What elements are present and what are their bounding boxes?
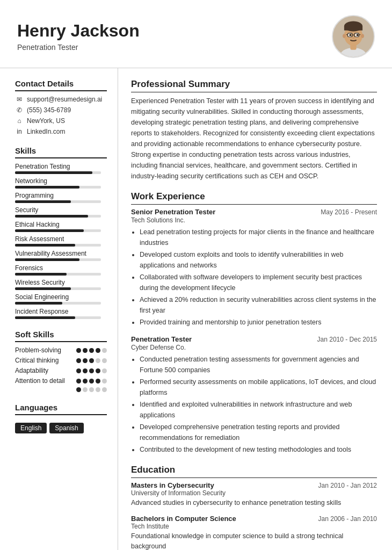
edu-degree: Bachelors in Computer Science bbox=[131, 515, 236, 523]
skill-bar-bg bbox=[15, 287, 101, 290]
soft-skill-item: Critical thinking bbox=[15, 357, 107, 364]
skill-bar-fill bbox=[15, 258, 79, 261]
skill-name: Forensics bbox=[15, 264, 107, 272]
contact-list: ✉support@resumedesign.ai✆(555) 345-6789⌂… bbox=[15, 96, 107, 135]
edu-header: Bachelors in Computer Science Jan 2006 -… bbox=[131, 515, 377, 523]
skill-item: Forensics bbox=[15, 264, 107, 276]
skill-bar-bg bbox=[15, 273, 101, 276]
skill-item: Social Engineering bbox=[15, 293, 107, 305]
job-bullets: Conducted penetration testing assessment… bbox=[131, 354, 377, 455]
header-text: Henry Jackson Penetration Tester bbox=[17, 21, 140, 51]
bullet: Contributed to the development of new te… bbox=[140, 444, 377, 455]
skill-dots bbox=[76, 387, 107, 392]
skill-bar-bg bbox=[15, 186, 101, 189]
contact-icon: in bbox=[15, 128, 24, 135]
skill-name: Risk Assessment bbox=[15, 235, 107, 243]
education-item: Bachelors in Computer Science Jan 2006 -… bbox=[131, 515, 377, 550]
language-badge: Spanish bbox=[49, 423, 83, 433]
bullet: Conducted penetration testing assessment… bbox=[140, 354, 377, 375]
dot bbox=[96, 368, 100, 373]
skill-item: Wireless Security bbox=[15, 279, 107, 290]
skill-bar-fill bbox=[15, 229, 84, 232]
svg-rect-5 bbox=[344, 26, 362, 31]
skill-item: Programming bbox=[15, 192, 107, 203]
dot bbox=[83, 358, 88, 363]
candidate-name: Henry Jackson bbox=[17, 21, 140, 40]
contact-item: ✉support@resumedesign.ai bbox=[15, 96, 107, 103]
dot bbox=[76, 358, 81, 363]
soft-skill-name: Adaptability bbox=[15, 367, 48, 374]
dot bbox=[83, 368, 88, 373]
skill-item: Penetration Testing bbox=[15, 163, 107, 174]
skill-name: Penetration Testing bbox=[15, 163, 107, 170]
summary-text: Experienced Penetration Tester with 11 y… bbox=[131, 96, 377, 182]
edu-header: Masters in Cybersecurity Jan 2010 - Jan … bbox=[131, 481, 377, 489]
job-date: May 2016 - Present bbox=[321, 208, 377, 216]
bullet: Identified and exploited vulnerabilities… bbox=[140, 399, 377, 421]
dot bbox=[76, 368, 81, 373]
skill-item: Ethical Hacking bbox=[15, 221, 107, 232]
language-badge: English bbox=[15, 423, 47, 433]
job-item: Senior Penetration Tester May 2016 - Pre… bbox=[131, 208, 377, 328]
skill-dots bbox=[76, 348, 107, 353]
soft-skills-title: Soft Skills bbox=[15, 330, 107, 342]
job-title: Senior Penetration Tester bbox=[131, 208, 215, 216]
dot bbox=[102, 387, 107, 392]
dot bbox=[96, 379, 100, 383]
contact-value: NewYork, US bbox=[27, 117, 65, 125]
soft-skill-name: Problem-solving bbox=[15, 346, 61, 354]
dot bbox=[102, 358, 107, 363]
dot bbox=[89, 348, 94, 353]
svg-point-7 bbox=[361, 34, 364, 38]
sidebar: Contact Details ✉support@resumedesign.ai… bbox=[0, 68, 118, 550]
soft-skill-name: Attention to detail bbox=[15, 377, 65, 385]
skill-name: Programming bbox=[15, 192, 107, 199]
contact-item: ⌂NewYork, US bbox=[15, 117, 107, 125]
bullet: Developed custom exploits and tools to i… bbox=[140, 249, 377, 271]
skill-bar-bg bbox=[15, 244, 101, 247]
dot bbox=[102, 368, 107, 373]
contact-value: (555) 345-6789 bbox=[27, 106, 71, 114]
education-section: Education Masters in Cybersecurity Jan 2… bbox=[131, 465, 377, 550]
dot bbox=[96, 358, 100, 363]
dot bbox=[96, 348, 100, 353]
bullet: Collaborated with software developers to… bbox=[140, 272, 377, 293]
dot bbox=[83, 348, 88, 353]
contact-icon: ✉ bbox=[15, 96, 24, 103]
contact-value: LinkedIn.com bbox=[27, 128, 65, 135]
languages-list: EnglishSpanish bbox=[15, 419, 107, 433]
dot bbox=[96, 387, 100, 392]
skill-bar-fill bbox=[15, 302, 62, 305]
skill-name: Ethical Hacking bbox=[15, 221, 107, 228]
skill-name: Social Engineering bbox=[15, 293, 107, 301]
svg-point-10 bbox=[349, 34, 351, 36]
dot bbox=[83, 387, 88, 392]
skill-item: Risk Assessment bbox=[15, 235, 107, 247]
job-header: Senior Penetration Tester May 2016 - Pre… bbox=[131, 208, 377, 216]
skills-section: Skills Penetration Testing Networking Pr… bbox=[15, 146, 107, 319]
contact-item: ✆(555) 345-6789 bbox=[15, 106, 107, 114]
contact-item: inLinkedIn.com bbox=[15, 128, 107, 135]
skill-bar-bg bbox=[15, 302, 101, 305]
skill-bar-bg bbox=[15, 200, 101, 203]
contact-title: Contact Details bbox=[15, 79, 107, 91]
skill-name: Incident Response bbox=[15, 308, 107, 315]
skill-item: Networking bbox=[15, 177, 107, 189]
skill-name: Wireless Security bbox=[15, 279, 107, 286]
education-title: Education bbox=[131, 465, 377, 478]
job-item: Penetration Tester Jan 2010 - Dec 2015 C… bbox=[131, 335, 377, 455]
svg-point-17 bbox=[352, 37, 354, 39]
job-company: Cyber Defense Co. bbox=[131, 344, 377, 351]
bullet: Developed comprehensive penetration test… bbox=[140, 422, 377, 443]
bullet: Performed security assessments on mobile… bbox=[140, 377, 377, 398]
soft-skill-name: Critical thinking bbox=[15, 357, 59, 364]
skill-bar-fill bbox=[15, 273, 67, 276]
jobs-list: Senior Penetration Tester May 2016 - Pre… bbox=[131, 208, 377, 455]
soft-skill-item: Problem-solving bbox=[15, 346, 107, 354]
edu-school: University of Information Security bbox=[131, 489, 377, 497]
summary-title: Professional Summary bbox=[131, 79, 377, 92]
skill-name: Security bbox=[15, 206, 107, 214]
job-title: Penetration Tester bbox=[131, 335, 192, 343]
experience-section: Work Experience Senior Penetration Teste… bbox=[131, 191, 377, 455]
skill-bar-fill bbox=[15, 316, 75, 319]
